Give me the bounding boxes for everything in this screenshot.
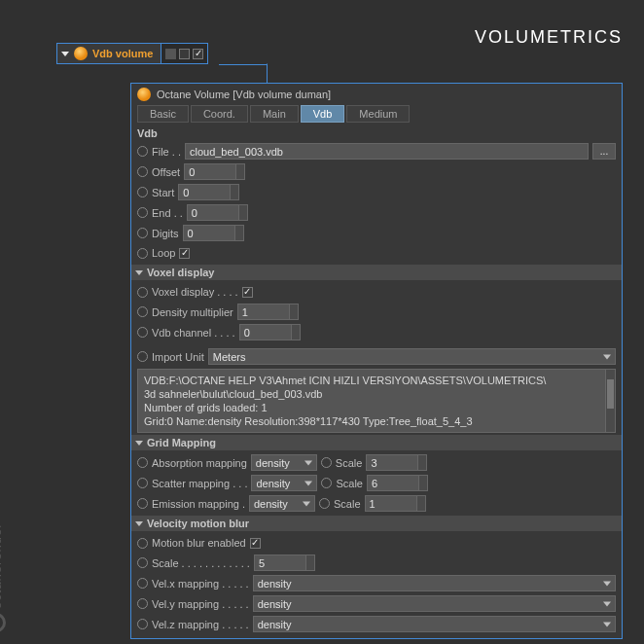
vdb-channel-spinner[interactable]: 0 (239, 324, 301, 340)
vely-dropdown[interactable]: density (253, 595, 616, 612)
triangle-down-icon (135, 441, 143, 446)
swirl-icon (0, 613, 6, 632)
radio-voxel-display[interactable] (137, 287, 148, 298)
label-start: Start (152, 187, 174, 198)
radio-import-unit[interactable] (137, 351, 148, 362)
radio-emission[interactable] (137, 498, 148, 509)
browse-button[interactable]: ... (592, 143, 616, 160)
radio-offset[interactable] (137, 166, 148, 177)
label-velocity-scale: Scale . . . . . . . . . . . . (152, 557, 250, 569)
node-chip-main[interactable]: Vdb volume (57, 44, 161, 63)
end-spinner[interactable]: 0 (187, 204, 248, 221)
radio-absorption[interactable] (137, 457, 148, 468)
tab-main[interactable]: Main (250, 105, 299, 123)
node-checkbox-a[interactable] (179, 49, 190, 59)
scrollbar-thumb[interactable] (607, 379, 614, 409)
info-line: 3d sahneler\bulut\cloud_bed_003.vdb (144, 387, 609, 401)
info-line: Number of grids loaded: 1 (144, 401, 609, 414)
node-label: Vdb volume (92, 48, 153, 59)
radio-velz[interactable] (137, 619, 148, 629)
panel-header: Octane Volume [Vdb volume duman] (131, 84, 622, 105)
import-unit-dropdown[interactable]: Meters (208, 348, 616, 365)
section-velocity-label: Velocity motion blur (147, 518, 249, 529)
radio-scatter-scale[interactable] (321, 478, 332, 488)
node-flag-icon[interactable] (165, 49, 176, 59)
info-line: VDB:F:\OCTANE HELP V3\Ahmet ICIN HIZLI V… (144, 374, 609, 387)
radio-start[interactable] (137, 187, 148, 197)
offset-spinner[interactable]: 0 (184, 163, 245, 180)
triangle-down-icon (135, 270, 143, 275)
section-grid-mapping[interactable]: Grid Mapping (131, 435, 622, 450)
node-chip[interactable]: Vdb volume (56, 43, 208, 64)
label-scale: Scale (334, 498, 361, 510)
label-import-unit: Import Unit (152, 351, 204, 363)
label-velx: Vel.x mapping . . . . . (152, 578, 249, 590)
label-absorption: Absorption mapping (152, 457, 247, 469)
radio-vdb-channel[interactable] (137, 327, 148, 338)
radio-scatter[interactable] (137, 478, 148, 488)
section-grid-label: Grid Mapping (147, 437, 216, 448)
tab-medium[interactable]: Medium (346, 105, 410, 123)
properties-panel: Octane Volume [Vdb volume duman] Basic C… (130, 83, 623, 639)
emission-scale-spinner[interactable]: 1 (365, 495, 426, 512)
label-density-mult: Density multiplier (152, 306, 233, 318)
absorption-scale-spinner[interactable]: 3 (366, 454, 427, 471)
label-velz: Vel.z mapping . . . . . (152, 619, 249, 630)
file-field[interactable]: cloud_bed_003.vdb (185, 143, 589, 160)
section-voxel[interactable]: Voxel display (131, 265, 622, 280)
emission-dropdown[interactable]: density (249, 495, 315, 512)
radio-motion-blur[interactable] (137, 538, 148, 549)
label-emission: Emission mapping . (152, 498, 245, 510)
chevron-down-icon (61, 52, 69, 56)
page-title: VOLUMETRICS (475, 27, 623, 48)
loop-checkbox[interactable] (179, 248, 190, 259)
radio-velx[interactable] (137, 578, 148, 589)
label-file: File . . (152, 146, 181, 158)
velocity-scale-spinner[interactable]: 5 (254, 555, 315, 571)
section-velocity[interactable]: Velocity motion blur (131, 516, 622, 531)
radio-file[interactable] (137, 146, 148, 157)
connector-line (219, 63, 268, 83)
tab-coord[interactable]: Coord. (191, 105, 248, 123)
label-offset: Offset (152, 166, 180, 178)
label-motion-blur: Motion blur enabled (152, 537, 246, 549)
scrollbar[interactable] (605, 370, 615, 432)
scatter-scale-spinner[interactable]: 6 (367, 475, 428, 491)
absorption-dropdown[interactable]: density (251, 454, 317, 471)
label-digits: Digits (152, 228, 179, 239)
label-scale: Scale (336, 457, 363, 469)
volume-icon (137, 88, 151, 101)
section-voxel-label: Voxel display (147, 267, 215, 278)
scatter-dropdown[interactable]: density (251, 475, 317, 491)
radio-velocity-scale[interactable] (137, 557, 148, 568)
radio-density-mult[interactable] (137, 306, 148, 317)
radio-vely[interactable] (137, 598, 148, 609)
triangle-down-icon (135, 521, 143, 526)
brand-text: octanerender (0, 522, 4, 609)
node-checkbox-b[interactable] (193, 49, 203, 59)
label-scale: Scale (336, 478, 363, 489)
tab-vdb[interactable]: Vdb (301, 105, 345, 123)
radio-absorption-scale[interactable] (321, 457, 332, 468)
velx-dropdown[interactable]: density (253, 575, 616, 591)
velz-dropdown[interactable]: density (253, 616, 616, 632)
radio-end[interactable] (137, 207, 148, 218)
tab-basic[interactable]: Basic (137, 105, 189, 123)
digits-spinner[interactable]: 0 (183, 225, 244, 241)
motion-blur-checkbox[interactable] (250, 538, 261, 549)
tabs: Basic Coord. Main Vdb Medium (131, 105, 622, 125)
node-toggles (161, 44, 207, 63)
density-mult-spinner[interactable]: 1 (237, 304, 299, 320)
start-spinner[interactable]: 0 (178, 184, 239, 200)
label-end: End . . (152, 207, 183, 219)
radio-digits[interactable] (137, 228, 148, 238)
info-line: Grid:0 Name:density Resolution:398*117*4… (144, 414, 609, 428)
label-vdb-channel: Vdb channel . . . . (152, 327, 235, 339)
label-voxel-display: Voxel display . . . . (152, 286, 238, 298)
panel-title: Octane Volume [Vdb volume duman] (157, 89, 331, 100)
volume-icon (74, 47, 88, 60)
voxel-display-checkbox[interactable] (242, 287, 253, 298)
radio-emission-scale[interactable] (319, 498, 330, 509)
section-vdb: Vdb (131, 125, 622, 141)
radio-loop[interactable] (137, 248, 148, 259)
